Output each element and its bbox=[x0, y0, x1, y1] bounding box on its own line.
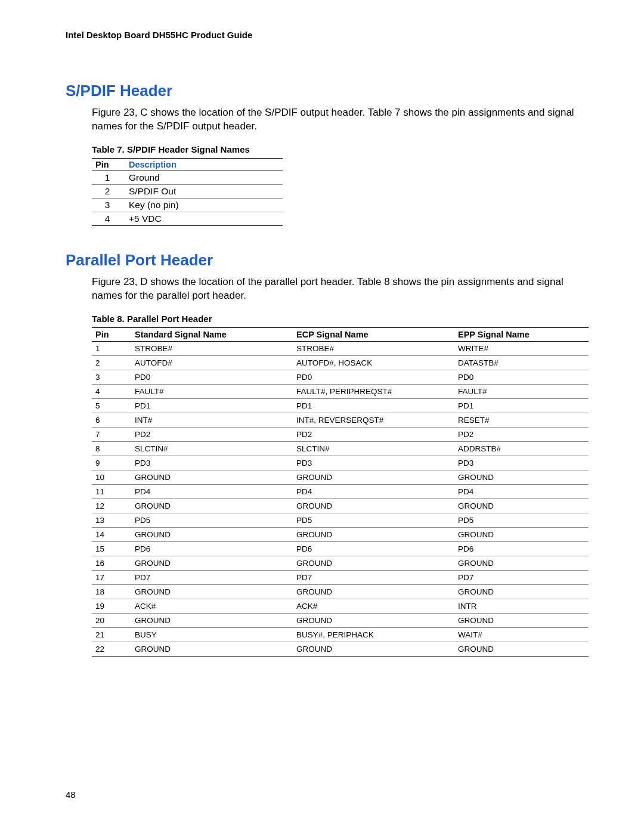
cell-standard-signal: GROUND bbox=[131, 584, 293, 599]
table-row: 2AUTOFD#AUTOFD#, HOSACKDATASTB# bbox=[92, 355, 589, 370]
cell-standard-signal: GROUND bbox=[131, 556, 293, 570]
cell-epp-signal: PD6 bbox=[454, 541, 589, 556]
cell-standard-signal: GROUND bbox=[131, 527, 293, 541]
cell-pin: 1 bbox=[92, 171, 125, 184]
table-row: 14GROUNDGROUNDGROUND bbox=[92, 527, 589, 541]
th-ecp-signal: ECP Signal Name bbox=[293, 327, 454, 341]
cell-epp-signal: GROUND bbox=[454, 613, 589, 627]
table-row: 11PD4PD4PD4 bbox=[92, 484, 589, 498]
cell-pin: 15 bbox=[92, 541, 131, 556]
table-row: 3Key (no pin) bbox=[92, 198, 283, 212]
cell-ecp-signal: AUTOFD#, HOSACK bbox=[293, 355, 454, 370]
th-description: Description bbox=[125, 158, 283, 171]
cell-standard-signal: PD5 bbox=[131, 513, 293, 527]
section-body-parallel: Figure 23, D shows the location of the p… bbox=[92, 275, 584, 303]
table-caption-spdif: Table 7. S/PDIF Header Signal Names bbox=[92, 144, 584, 154]
cell-ecp-signal: GROUND bbox=[293, 527, 454, 541]
cell-standard-signal: GROUND bbox=[131, 498, 293, 513]
cell-description: S/PDIF Out bbox=[125, 184, 283, 198]
cell-pin: 13 bbox=[92, 513, 131, 527]
cell-pin: 14 bbox=[92, 527, 131, 541]
cell-pin: 4 bbox=[92, 212, 125, 225]
cell-description: +5 VDC bbox=[125, 212, 283, 225]
cell-pin: 1 bbox=[92, 341, 131, 355]
cell-ecp-signal: GROUND bbox=[293, 613, 454, 627]
section-heading-spdif: S/PDIF Header bbox=[66, 82, 584, 100]
table-row: 6INT#INT#, REVERSERQST#RESET# bbox=[92, 413, 589, 427]
cell-pin: 16 bbox=[92, 556, 131, 570]
cell-standard-signal: PD0 bbox=[131, 370, 293, 384]
th-epp-signal: EPP Signal Name bbox=[454, 327, 589, 341]
cell-standard-signal: PD2 bbox=[131, 427, 293, 441]
cell-ecp-signal: PD3 bbox=[293, 456, 454, 470]
th-standard-signal: Standard Signal Name bbox=[131, 327, 293, 341]
table-row: 5PD1PD1PD1 bbox=[92, 398, 589, 413]
table-row: 15PD6PD6PD6 bbox=[92, 541, 589, 556]
table-row: 17PD7PD7PD7 bbox=[92, 570, 589, 584]
cell-epp-signal: PD4 bbox=[454, 484, 589, 498]
cell-epp-signal: WRITE# bbox=[454, 341, 589, 355]
table-row: 2S/PDIF Out bbox=[92, 184, 283, 198]
table-row: 12GROUNDGROUNDGROUND bbox=[92, 498, 589, 513]
cell-standard-signal: SLCTIN# bbox=[131, 441, 293, 456]
cell-epp-signal: PD1 bbox=[454, 398, 589, 413]
cell-standard-signal: GROUND bbox=[131, 470, 293, 484]
cell-standard-signal: AUTOFD# bbox=[131, 355, 293, 370]
page: Intel Desktop Board DH55HC Product Guide… bbox=[0, 0, 644, 680]
cell-standard-signal: STROBE# bbox=[131, 341, 293, 355]
cell-pin: 3 bbox=[92, 198, 125, 212]
cell-epp-signal: PD7 bbox=[454, 570, 589, 584]
section-heading-parallel: Parallel Port Header bbox=[66, 251, 584, 270]
cell-pin: 12 bbox=[92, 498, 131, 513]
table-parallel: Pin Standard Signal Name ECP Signal Name… bbox=[92, 327, 589, 657]
cell-ecp-signal: INT#, REVERSERQST# bbox=[293, 413, 454, 427]
table-row: 4+5 VDC bbox=[92, 212, 283, 225]
table-row: 3PD0PD0PD0 bbox=[92, 370, 589, 384]
cell-ecp-signal: GROUND bbox=[293, 584, 454, 599]
cell-epp-signal: FAULT# bbox=[454, 384, 589, 398]
cell-epp-signal: PD2 bbox=[454, 427, 589, 441]
section-body-spdif: Figure 23, C shows the location of the S… bbox=[92, 106, 584, 134]
cell-pin: 3 bbox=[92, 370, 131, 384]
cell-epp-signal: GROUND bbox=[454, 498, 589, 513]
table-row: 13PD5PD5PD5 bbox=[92, 513, 589, 527]
cell-standard-signal: PD7 bbox=[131, 570, 293, 584]
th-pin: Pin bbox=[92, 158, 125, 171]
table-row: 4FAULT#FAULT#, PERIPHREQST#FAULT# bbox=[92, 384, 589, 398]
cell-ecp-signal: PD5 bbox=[293, 513, 454, 527]
cell-pin: 7 bbox=[92, 427, 131, 441]
table-row: 9PD3PD3PD3 bbox=[92, 456, 589, 470]
cell-ecp-signal: SLCTIN# bbox=[293, 441, 454, 456]
cell-ecp-signal: PD6 bbox=[293, 541, 454, 556]
cell-standard-signal: PD1 bbox=[131, 398, 293, 413]
cell-pin: 18 bbox=[92, 584, 131, 599]
cell-pin: 8 bbox=[92, 441, 131, 456]
cell-epp-signal: ADDRSTB# bbox=[454, 441, 589, 456]
cell-pin: 22 bbox=[92, 642, 131, 656]
cell-ecp-signal: GROUND bbox=[293, 642, 454, 656]
cell-standard-signal: BUSY bbox=[131, 627, 293, 642]
cell-pin: 9 bbox=[92, 456, 131, 470]
document-header: Intel Desktop Board DH55HC Product Guide bbox=[66, 30, 584, 40]
cell-standard-signal: GROUND bbox=[131, 642, 293, 656]
table-row: 22GROUNDGROUNDGROUND bbox=[92, 642, 589, 656]
cell-description: Key (no pin) bbox=[125, 198, 283, 212]
cell-pin: 21 bbox=[92, 627, 131, 642]
cell-epp-signal: PD0 bbox=[454, 370, 589, 384]
table-row: 1Ground bbox=[92, 171, 283, 184]
cell-standard-signal: INT# bbox=[131, 413, 293, 427]
table-spdif: Pin Description 1Ground2S/PDIF Out3Key (… bbox=[92, 158, 283, 226]
table-row: 18GROUNDGROUNDGROUND bbox=[92, 584, 589, 599]
table-row: 20GROUNDGROUNDGROUND bbox=[92, 613, 589, 627]
cell-pin: 11 bbox=[92, 484, 131, 498]
cell-standard-signal: PD4 bbox=[131, 484, 293, 498]
cell-pin: 19 bbox=[92, 599, 131, 613]
cell-epp-signal: WAIT# bbox=[454, 627, 589, 642]
cell-standard-signal: ACK# bbox=[131, 599, 293, 613]
page-number: 48 bbox=[66, 789, 76, 800]
cell-epp-signal: GROUND bbox=[454, 642, 589, 656]
cell-ecp-signal: GROUND bbox=[293, 556, 454, 570]
table-caption-parallel: Table 8. Parallel Port Header bbox=[92, 314, 584, 324]
cell-ecp-signal: PD0 bbox=[293, 370, 454, 384]
cell-epp-signal: GROUND bbox=[454, 584, 589, 599]
